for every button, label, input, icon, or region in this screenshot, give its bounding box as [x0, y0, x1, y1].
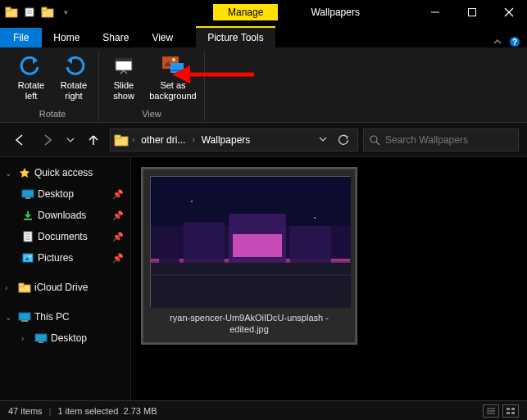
up-button[interactable] [82, 129, 105, 151]
breadcrumb-segment[interactable]: Wallpapers [198, 134, 254, 146]
rotate-left-button[interactable]: Rotate left [11, 51, 51, 101]
rotate-right-button[interactable]: Rotate right [54, 51, 93, 101]
window-title: Wallpapers [311, 7, 360, 18]
svg-rect-24 [22, 190, 34, 197]
svg-rect-35 [19, 313, 30, 320]
tab-share[interactable]: Share [91, 28, 140, 47]
svg-rect-46 [151, 263, 351, 308]
address-bar[interactable]: › other dri... › Wallpapers [110, 129, 358, 151]
qat-open-icon[interactable] [39, 4, 56, 20]
chevron-right-icon[interactable]: › [192, 135, 194, 144]
file-thumbnail [150, 176, 350, 307]
svg-rect-43 [233, 234, 282, 257]
downloads-icon [21, 209, 34, 222]
sidebar-item-pc-desktop[interactable]: › Desktop [2, 327, 129, 349]
tab-picture-tools[interactable]: Picture Tools [196, 26, 275, 47]
sidebar-item-this-pc[interactable]: ⌄ This PC [2, 306, 129, 327]
svg-rect-54 [511, 408, 515, 410]
sidebar-item-desktop[interactable]: Desktop 📌 [2, 183, 129, 205]
svg-point-32 [30, 255, 32, 258]
chevron-right-icon[interactable]: › [21, 334, 31, 343]
svg-rect-44 [290, 226, 331, 263]
chevron-right-icon[interactable]: › [5, 283, 15, 292]
maximize-button[interactable] [453, 0, 490, 25]
folder-icon [114, 133, 129, 147]
ribbon-group-view: View [142, 109, 161, 120]
folder-icon [18, 281, 31, 294]
svg-rect-37 [35, 334, 47, 341]
svg-text:?: ? [512, 38, 517, 47]
annotation-arrow [172, 62, 254, 87]
sidebar-item-documents[interactable]: Documents 📌 [2, 226, 129, 247]
slide-show-button[interactable]: Slide show [104, 51, 143, 101]
svg-point-49 [191, 201, 193, 202]
svg-rect-8 [468, 9, 475, 16]
search-input[interactable] [385, 134, 513, 146]
navigation-bar: › other dri... › Wallpapers [0, 123, 527, 157]
sidebar-item-downloads[interactable]: Downloads 📌 [2, 205, 129, 226]
content-pane[interactable]: ryan-spencer-Um9AkOiIDcU-unsplash - edit… [131, 157, 527, 400]
svg-rect-6 [42, 7, 47, 11]
svg-point-22 [370, 136, 377, 142]
navigation-pane: ⌄ Quick access Desktop 📌 Downloads 📌 Doc… [0, 157, 131, 400]
ribbon-group-rotate: Rotate [39, 109, 66, 120]
qat-customize-icon[interactable]: ▾ [57, 4, 74, 20]
pin-icon: 📌 [112, 253, 124, 264]
sidebar-item-quick-access[interactable]: ⌄ Quick access [2, 162, 129, 183]
svg-rect-1 [6, 7, 11, 11]
app-icon [3, 4, 20, 20]
close-button[interactable] [490, 0, 527, 25]
file-name-label: ryan-spencer-Um9AkOiIDcU-unsplash - edit… [150, 312, 348, 336]
status-item-count: 47 items [8, 406, 43, 416]
documents-icon [21, 230, 34, 243]
status-size: 2.73 MB [124, 406, 157, 416]
pin-icon: 📌 [112, 189, 124, 200]
svg-rect-56 [511, 412, 515, 414]
sidebar-item-icloud-drive[interactable]: › iCloud Drive [2, 277, 129, 298]
svg-rect-34 [19, 283, 24, 287]
tab-file[interactable]: File [0, 28, 42, 47]
recent-locations-button[interactable] [64, 129, 77, 151]
svg-rect-53 [507, 408, 510, 410]
svg-rect-14 [116, 59, 132, 61]
titlebar: ▾ Manage Wallpapers [0, 0, 527, 25]
view-details-button[interactable] [483, 404, 499, 418]
search-icon [369, 134, 380, 146]
minimize-button[interactable] [416, 0, 453, 25]
back-button[interactable] [8, 129, 31, 151]
chevron-down-icon[interactable]: ⌄ [5, 313, 15, 322]
svg-rect-55 [507, 412, 510, 414]
tab-home[interactable]: Home [42, 28, 91, 47]
tab-view[interactable]: View [140, 28, 184, 47]
ribbon: Rotate left Rotate right Rotate Slide sh… [0, 47, 527, 123]
chevron-down-icon[interactable]: ⌄ [5, 169, 15, 178]
svg-rect-31 [23, 254, 33, 262]
search-box[interactable] [363, 129, 519, 151]
svg-rect-25 [25, 197, 30, 199]
status-bar: 47 items | 1 item selected 2.73 MB [0, 400, 527, 420]
pin-icon: 📌 [112, 210, 124, 221]
view-thumbnails-button[interactable] [502, 404, 519, 418]
file-item[interactable]: ryan-spencer-Um9AkOiIDcU-unsplash - edit… [143, 169, 356, 343]
help-icon[interactable]: ? [509, 36, 520, 47]
chevron-right-icon[interactable]: › [132, 135, 134, 144]
context-tab-manage[interactable]: Manage [213, 4, 278, 20]
desktop-icon [34, 332, 48, 345]
breadcrumb-segment[interactable]: other dri... [138, 134, 189, 146]
svg-rect-38 [39, 341, 43, 343]
status-selection: 1 item selected [57, 406, 118, 416]
address-dropdown-icon[interactable] [318, 134, 328, 146]
this-pc-icon [18, 310, 31, 323]
sidebar-item-pictures[interactable]: Pictures 📌 [2, 247, 129, 269]
rotate-right-icon [61, 52, 87, 79]
svg-rect-2 [25, 8, 34, 16]
refresh-icon[interactable] [338, 134, 349, 146]
svg-point-16 [172, 58, 175, 61]
desktop-icon [21, 187, 34, 201]
qat-properties-icon[interactable] [21, 4, 38, 20]
star-icon [18, 166, 31, 179]
rotate-left-icon [18, 52, 44, 79]
forward-button[interactable] [36, 129, 59, 151]
svg-rect-45 [159, 234, 179, 263]
ribbon-collapse-icon[interactable] [493, 37, 502, 47]
